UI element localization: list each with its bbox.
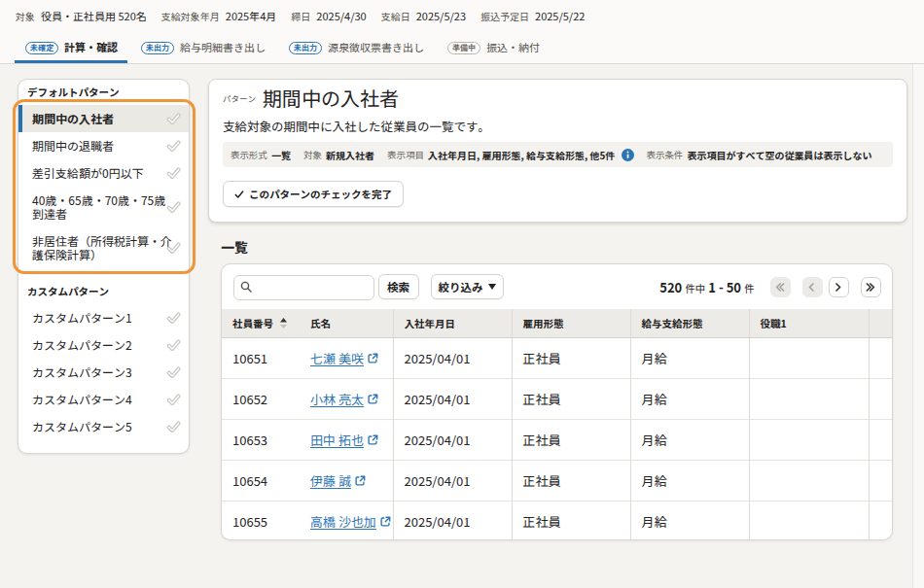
cell-position xyxy=(749,378,869,419)
cell-pay-type: 月給 xyxy=(630,337,749,378)
pay-type: 月給 xyxy=(642,390,667,408)
pattern-item[interactable]: カスタムパターン4 xyxy=(18,386,189,413)
meta-value: 2025/5/22 xyxy=(535,9,585,22)
page-last-button[interactable] xyxy=(861,277,881,297)
cell-extra xyxy=(869,419,893,460)
filter-button-label: 絞り込み xyxy=(439,279,483,294)
pattern-item[interactable]: カスタムパターン1 xyxy=(18,304,189,331)
employment-type: 正社員 xyxy=(523,512,561,531)
display-settings-bar: 表示形式 一覧 対象 新規入社者 表示項目 入社年月日, 雇用形態, 給与支給形… xyxy=(223,142,893,167)
cell-name: 伊藤 誠 xyxy=(300,460,393,501)
first-chevron-icon xyxy=(774,282,786,293)
cell-employee-id: 10654 xyxy=(222,460,300,501)
pattern-item-label: 期間中の退職者 xyxy=(32,137,114,154)
check-icon xyxy=(166,241,181,255)
pattern-detail-panel: パターン 期間中の入社者 支給対象の期間中に入社した従業員の一覧です。 表示形式… xyxy=(208,79,907,223)
cell-extra xyxy=(869,378,893,419)
employee-list-card: 検索 絞り込み 520件中1 - 50件 社員番号氏名入社年月日雇用形態給与支給… xyxy=(221,263,893,540)
pattern-item[interactable]: カスタムパターン2 xyxy=(18,331,189,359)
pattern-item[interactable]: 非居住者（所得税計算・介護保険計算） xyxy=(18,227,189,268)
column-header-5: 給与支給形態 xyxy=(630,309,749,337)
setting-value: 入社年月日, 雇用形態, 給与支給形態, 他5件 xyxy=(428,148,615,162)
page-next-button[interactable] xyxy=(829,277,849,297)
cell-hire-date: 2025/04/01 xyxy=(393,419,512,460)
hire-date: 2025/04/01 xyxy=(405,512,471,531)
table-row: 10654伊藤 誠2025/04/01正社員月給 xyxy=(222,460,893,501)
pattern-item[interactable]: 40歳・65歳・70歳・75歳到達者 xyxy=(18,187,189,227)
employment-type: 正社員 xyxy=(523,390,561,408)
employee-name-link[interactable]: 小林 亮太 xyxy=(310,390,378,408)
pattern-item-label: カスタムパターン2 xyxy=(32,336,132,353)
meta-item: 締日 2025/4/30 xyxy=(291,9,366,22)
pagination xyxy=(770,277,881,297)
cell-employee-id: 10652 xyxy=(222,378,300,419)
employee-name-link[interactable]: 七瀬 美咲 xyxy=(310,349,378,367)
table-header-row: 社員番号氏名入社年月日雇用形態給与支給形態役職1 xyxy=(222,309,893,337)
pattern-item-label: 非居住者（所得税計算・介護保険計算） xyxy=(32,232,172,262)
pay-type: 月給 xyxy=(642,349,667,367)
complete-check-label: このパターンのチェックを完了 xyxy=(249,187,392,201)
setting-value: 表示項目がすべて空の従業員は表示しない xyxy=(688,148,872,162)
employee-name-link[interactable]: 伊藤 誠 xyxy=(310,471,366,490)
pattern-item[interactable]: 期間中の退職者 xyxy=(18,132,189,159)
external-link-icon xyxy=(368,394,378,404)
meta-value: 2025/5/23 xyxy=(416,9,466,22)
tab-label: 給与明細書き出し xyxy=(180,39,266,54)
column-header-1[interactable]: 社員番号 xyxy=(222,309,300,337)
payroll-meta-bar: 対象 役員・正社員用 520名 支給対象年月 2025年4月 締日 2025/4… xyxy=(0,0,924,22)
employee-name: 田中 拓也 xyxy=(310,431,364,449)
column-header-3: 入社年月日 xyxy=(393,309,512,337)
cell-employee-id: 10655 xyxy=(222,501,300,540)
step-tabs: 未確定 計算・確認 未出力 給与明細書き出し 未出力 源泉徴収票書き出し 準備中… xyxy=(15,30,550,63)
cell-employment-type: 正社員 xyxy=(512,460,630,501)
column-header-6: 役職1 xyxy=(749,309,869,337)
check-icon xyxy=(166,393,181,406)
pattern-item[interactable]: 差引支給額が0円以下 xyxy=(18,159,189,187)
setting-label: 表示条件 xyxy=(647,148,684,161)
tab-2[interactable]: 未出力 給与明細書き出し xyxy=(130,30,275,63)
scrollbar-gutter[interactable] xyxy=(912,64,924,588)
employee-name-link[interactable]: 高橋 沙也加 xyxy=(310,512,391,531)
tab-3[interactable]: 未出力 源泉徴収票書き出し xyxy=(278,30,434,63)
pattern-item-label: カスタムパターン4 xyxy=(32,391,132,407)
meta-value: 役員・正社員用 520名 xyxy=(41,9,147,22)
employee-name: 高橋 沙也加 xyxy=(310,512,376,531)
complete-check-button[interactable]: このパターンのチェックを完了 xyxy=(223,181,404,207)
pattern-sidebar: デフォルトパターン 期間中の入社者 期間中の退職者 差引支給額が0円以下 40歳… xyxy=(18,79,190,454)
employee-id: 10653 xyxy=(232,431,267,449)
cell-extra xyxy=(869,337,893,378)
employee-name-link[interactable]: 田中 拓也 xyxy=(310,431,378,449)
employment-type: 正社員 xyxy=(523,471,561,490)
employment-type: 正社員 xyxy=(523,431,561,449)
pattern-item[interactable]: カスタムパターン5 xyxy=(18,413,189,440)
pattern-item[interactable]: カスタムパターン3 xyxy=(18,359,189,386)
pattern-item-label: 期間中の入社者 xyxy=(32,110,114,126)
sort-asc-icon xyxy=(280,318,287,329)
page-first-button[interactable] xyxy=(770,277,791,297)
pattern-item[interactable]: 期間中の入社者 xyxy=(18,105,189,132)
cell-employment-type: 正社員 xyxy=(512,337,630,378)
cell-employee-id: 10651 xyxy=(222,337,300,378)
hire-date: 2025/04/01 xyxy=(405,390,471,408)
setting-label: 表示項目 xyxy=(387,148,424,161)
employee-name: 小林 亮太 xyxy=(310,390,364,408)
table-row: 10652小林 亮太2025/04/01正社員月給 xyxy=(222,378,893,419)
meta-label: 締日 xyxy=(291,10,310,22)
pattern-item-label: カスタムパターン5 xyxy=(32,418,132,434)
cell-employment-type: 正社員 xyxy=(512,501,630,540)
cell-name: 小林 亮太 xyxy=(300,378,393,419)
meta-value: 2025/4/30 xyxy=(316,9,366,22)
page-prev-button[interactable] xyxy=(802,277,823,297)
search-button[interactable]: 検索 xyxy=(378,274,419,299)
custom-pattern-list: カスタムパターン1 カスタムパターン2 カスタムパターン3 カスタムパターン4 … xyxy=(18,304,189,440)
tab-1[interactable]: 未確定 計算・確認 xyxy=(15,30,127,63)
table-body: 10651七瀬 美咲2025/04/01正社員月給10652小林 亮太2025/… xyxy=(222,337,893,540)
info-icon[interactable] xyxy=(622,149,634,161)
filter-button[interactable]: 絞り込み xyxy=(431,274,504,299)
check-icon xyxy=(166,139,181,153)
tab-4[interactable]: 準備中 振込・納付 xyxy=(437,30,550,63)
cell-position xyxy=(749,501,869,540)
meta-label: 支給日 xyxy=(381,10,410,22)
search-input[interactable] xyxy=(233,275,374,300)
pattern-item-label: 差引支給額が0円以下 xyxy=(32,164,144,181)
